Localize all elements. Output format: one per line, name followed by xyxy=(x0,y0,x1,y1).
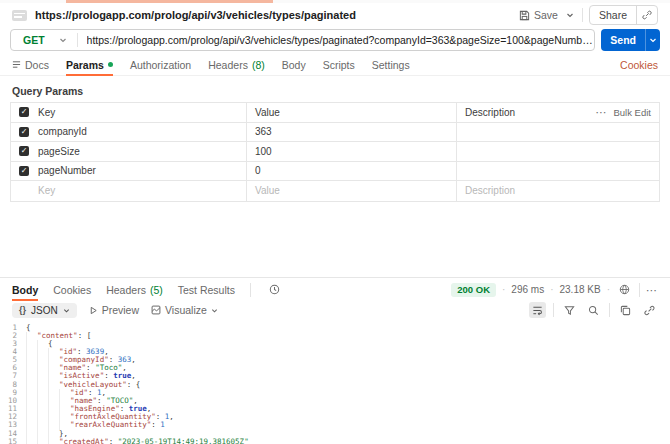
copy-icon xyxy=(620,305,631,316)
status-badge: 200 OK xyxy=(451,283,496,297)
indent-guide xyxy=(48,438,59,444)
param-key[interactable]: pageSize xyxy=(38,146,80,157)
param-value[interactable]: 363 xyxy=(246,123,456,142)
param-key-input[interactable]: Key xyxy=(38,185,55,196)
method-selector[interactable]: GET xyxy=(11,34,77,46)
indent-guide xyxy=(37,438,48,444)
send-button[interactable]: Send xyxy=(601,29,645,51)
param-description-input[interactable]: Description xyxy=(456,181,659,201)
param-description[interactable] xyxy=(456,123,659,142)
search-button[interactable] xyxy=(585,302,602,318)
response-headers-count: (5) xyxy=(150,284,163,296)
send-options-button[interactable] xyxy=(645,29,660,51)
tab-docs[interactable]: Docs xyxy=(12,54,49,75)
tab-params[interactable]: Params xyxy=(66,54,113,75)
select-all-checkbox[interactable]: ✓ xyxy=(19,107,29,117)
chevron-down-icon xyxy=(566,11,574,19)
indent-guide xyxy=(48,348,59,356)
bulk-edit-button[interactable]: Bulk Edit xyxy=(614,107,652,118)
param-description[interactable] xyxy=(456,162,659,181)
visualize-button[interactable]: Visualize xyxy=(151,304,218,316)
url-input-container: GET https://prologapp.com/prolog/api/v3/… xyxy=(10,29,595,51)
response-tab-body[interactable]: Body xyxy=(12,280,38,300)
param-value[interactable]: 0 xyxy=(246,162,456,181)
indent-guide xyxy=(26,430,37,438)
filter-button[interactable] xyxy=(561,302,578,318)
param-checkbox[interactable]: ✓ xyxy=(19,146,29,156)
indent-guide xyxy=(26,413,37,421)
api-client-window: https://prologapp.com/prolog/api/v3/vehi… xyxy=(0,0,670,444)
preview-label: Preview xyxy=(102,304,139,316)
param-checkbox[interactable]: ✓ xyxy=(19,166,29,176)
indent-guide xyxy=(37,430,48,438)
save-response-button[interactable] xyxy=(616,282,633,298)
request-title-bar: https://prologapp.com/prolog/api/v3/vehi… xyxy=(0,3,670,27)
tab-settings[interactable]: Settings xyxy=(372,54,410,75)
divider xyxy=(77,33,78,47)
browser-tab-strip xyxy=(0,0,670,3)
code-token: [ xyxy=(87,331,92,340)
indent-guide xyxy=(48,381,59,389)
docs-icon xyxy=(12,60,21,69)
copy-link-button[interactable] xyxy=(636,6,657,24)
code-line: 2"content": [ xyxy=(0,332,670,340)
param-value-input[interactable]: Value xyxy=(246,181,456,201)
query-params-title: Query Params xyxy=(12,85,670,97)
tab-label: Scripts xyxy=(323,59,355,71)
indent-guide xyxy=(26,348,37,356)
line-content: "content": [ xyxy=(26,332,670,340)
url-input[interactable]: https://prologapp.com/prolog/api/v3/vehi… xyxy=(87,34,595,46)
line-content: { xyxy=(26,324,670,332)
param-key[interactable]: companyId xyxy=(38,126,87,137)
param-key[interactable]: pageNumber xyxy=(38,165,96,176)
modified-dot-icon xyxy=(108,62,113,67)
indent-guide xyxy=(37,340,48,348)
copy-button[interactable] xyxy=(617,302,634,318)
more-options-icon[interactable]: ⋯ xyxy=(596,108,608,116)
header-actions: Save Share xyxy=(519,5,658,25)
share-button[interactable]: Share xyxy=(590,6,636,24)
indent-guide xyxy=(26,381,37,389)
line-content: "createdAt": "2023-05-19T14:49:19.381605… xyxy=(26,438,670,444)
request-type-icon xyxy=(12,10,27,21)
request-url-row: GET https://prologapp.com/prolog/api/v3/… xyxy=(0,27,670,52)
param-checkbox[interactable]: ✓ xyxy=(19,127,29,137)
tab-label: Headers xyxy=(106,284,146,296)
code-token: { xyxy=(136,380,141,389)
tab-authorization[interactable]: Authorization xyxy=(130,54,191,75)
preview-button[interactable]: Preview xyxy=(89,304,139,316)
table-row-empty: Key Value Description xyxy=(11,181,659,201)
response-tab-test-results[interactable]: Test Results xyxy=(178,280,235,300)
format-selector[interactable]: {} JSON xyxy=(12,303,77,318)
tab-label: Authorization xyxy=(130,59,191,71)
response-history-button[interactable] xyxy=(266,282,283,298)
visualize-icon xyxy=(151,305,161,315)
param-description[interactable] xyxy=(456,142,659,161)
response-tab-cookies[interactable]: Cookies xyxy=(53,280,91,300)
cookies-link[interactable]: Cookies xyxy=(620,59,658,71)
divider xyxy=(609,303,610,317)
indent-guide xyxy=(26,332,37,340)
indent-guide xyxy=(26,397,37,405)
response-more-options-icon[interactable]: ⋯ xyxy=(646,286,658,294)
clock-icon xyxy=(269,284,280,295)
table-row: ✓ pageSize 100 xyxy=(11,142,659,162)
response-tab-headers[interactable]: Headers (5) xyxy=(106,280,163,300)
save-button[interactable]: Save xyxy=(519,9,558,21)
indent-guide xyxy=(48,430,59,438)
tab-headers[interactable]: Headers (8) xyxy=(208,54,265,75)
line-content: "rearAxleQuantity": 1 xyxy=(26,421,670,429)
indent-guide xyxy=(48,421,59,429)
wrap-lines-button[interactable] xyxy=(529,302,546,318)
link-button[interactable] xyxy=(641,302,658,318)
indent-guide xyxy=(37,372,48,380)
indent-guide xyxy=(37,356,48,364)
chevron-down-icon xyxy=(649,36,657,44)
json-code-viewer[interactable]: 1{2"content": [3{4"id": 3639,5"companyId… xyxy=(0,321,670,444)
chevron-down-icon xyxy=(211,307,218,314)
code-line: 13"rearAxleQuantity": 1 xyxy=(0,421,670,429)
tab-body[interactable]: Body xyxy=(282,54,306,75)
param-value[interactable]: 100 xyxy=(246,142,456,161)
tab-scripts[interactable]: Scripts xyxy=(323,54,355,75)
save-options-button[interactable] xyxy=(564,11,576,19)
